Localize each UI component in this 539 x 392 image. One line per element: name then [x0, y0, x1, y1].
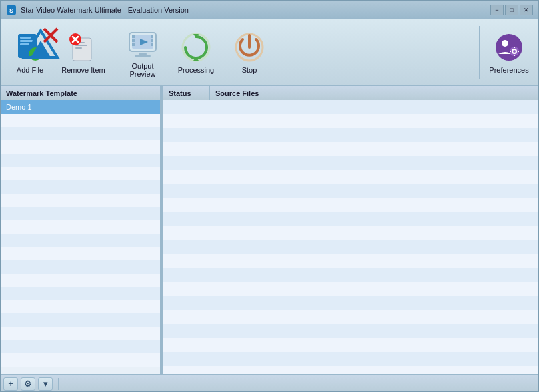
stop-button[interactable]: Stop — [223, 23, 276, 83]
svg-rect-24 — [132, 39, 135, 42]
list-item — [1, 274, 160, 287]
svg-rect-26 — [151, 35, 153, 38]
svg-rect-27 — [151, 39, 153, 42]
table-row — [163, 170, 538, 184]
status-column-header: Status — [163, 86, 210, 100]
table-row — [163, 324, 538, 338]
right-panel-header: Status Source Files — [163, 86, 538, 100]
add-file-base-icon — [14, 31, 46, 63]
svg-rect-4 — [20, 40, 33, 42]
title-bar-controls: − □ ✕ — [490, 5, 533, 15]
remove-item-icon — [67, 31, 99, 63]
svg-rect-30 — [139, 53, 147, 55]
svg-rect-25 — [132, 43, 135, 46]
table-row — [163, 338, 538, 352]
list-item — [1, 313, 160, 327]
title-bar: S Star Video Watermark Ultimate - Evalua… — [1, 1, 538, 19]
table-row — [163, 114, 538, 128]
source-files-header-label: Source Files — [215, 89, 259, 97]
list-item — [1, 300, 160, 313]
add-icon: + — [8, 379, 13, 389]
template-list[interactable]: Demo 1 — [1, 100, 160, 374]
table-row — [163, 296, 538, 310]
toolbar: Add File Remove Item — [1, 19, 538, 86]
svg-line-11 — [44, 29, 57, 42]
list-item — [1, 167, 160, 180]
svg-rect-28 — [151, 43, 153, 46]
list-item — [1, 127, 160, 140]
svg-rect-17 — [75, 47, 82, 49]
table-row — [163, 184, 538, 198]
table-row — [163, 282, 538, 296]
table-row — [163, 128, 538, 142]
svg-rect-23 — [132, 35, 135, 38]
list-item — [1, 220, 160, 234]
right-panel: Status Source Files — [163, 86, 538, 374]
maximize-button[interactable]: □ — [505, 5, 518, 15]
table-row — [163, 352, 538, 366]
list-item — [1, 114, 160, 127]
add-file-button[interactable]: Add File — [3, 23, 57, 83]
table-row — [163, 100, 538, 114]
add-file-icon-wrap — [14, 31, 46, 63]
template-settings-button[interactable]: ⚙ — [21, 377, 35, 391]
table-row — [163, 366, 538, 374]
title-bar-left: S Star Video Watermark Ultimate - Evalua… — [6, 5, 189, 15]
list-item — [1, 287, 160, 300]
svg-rect-5 — [20, 43, 29, 45]
left-panel: Watermark Template Demo 1 — [1, 86, 161, 374]
list-item — [1, 207, 160, 220]
table-row — [163, 254, 538, 268]
app-icon: S — [6, 5, 17, 15]
output-preview-icon — [127, 27, 159, 59]
source-files-list — [163, 100, 538, 374]
list-item — [1, 247, 160, 260]
source-files-column-header: Source Files — [210, 86, 538, 100]
svg-point-36 — [496, 34, 522, 61]
list-item — [1, 180, 160, 194]
table-row — [163, 226, 538, 240]
minimize-button[interactable]: − — [490, 5, 504, 15]
svg-point-37 — [502, 40, 508, 47]
list-item — [1, 154, 160, 167]
remove-item-label: Remove Item — [61, 66, 105, 74]
table-row — [163, 198, 538, 212]
output-preview-label: Output Preview — [119, 62, 167, 78]
watermark-template-header: Watermark Template — [1, 86, 160, 100]
list-item[interactable]: Demo 1 — [1, 100, 160, 114]
template-dropdown-button[interactable]: ▾ — [38, 377, 53, 391]
svg-line-12 — [44, 29, 57, 42]
list-item — [1, 140, 160, 154]
list-item — [1, 353, 160, 367]
remove-item-button[interactable]: Remove Item — [57, 23, 110, 83]
chevron-down-icon: ▾ — [43, 379, 48, 389]
toolbar-sep-2 — [479, 26, 480, 79]
svg-rect-31 — [135, 55, 151, 57]
main-content: Watermark Template Demo 1 — [1, 86, 538, 374]
table-row — [163, 240, 538, 254]
table-row — [163, 268, 538, 282]
preferences-label: Preferences — [489, 66, 528, 74]
list-item — [1, 194, 160, 207]
close-button[interactable]: ✕ — [520, 5, 533, 15]
svg-text:S: S — [9, 7, 13, 14]
list-item — [1, 327, 160, 340]
list-item — [1, 340, 160, 353]
preferences-icon — [493, 31, 525, 63]
list-item — [1, 234, 160, 247]
add-file-label: Add File — [17, 66, 43, 74]
watermark-template-label: Watermark Template — [6, 89, 77, 97]
remove-item-base-icon — [67, 31, 99, 63]
preferences-button[interactable]: Preferences — [482, 23, 536, 83]
table-row — [163, 142, 538, 156]
output-preview-button[interactable]: Output Preview — [116, 23, 169, 83]
table-row — [163, 310, 538, 324]
status-header-label: Status — [169, 89, 191, 97]
stop-icon — [233, 31, 265, 63]
processing-button[interactable]: Processing — [169, 23, 223, 83]
add-template-button[interactable]: + — [3, 377, 18, 391]
window-title: Star Video Watermark Ultimate - Evaluati… — [21, 6, 189, 14]
stop-label: Stop — [242, 66, 257, 74]
processing-icon — [180, 31, 212, 63]
list-item-label: Demo 1 — [6, 103, 32, 111]
